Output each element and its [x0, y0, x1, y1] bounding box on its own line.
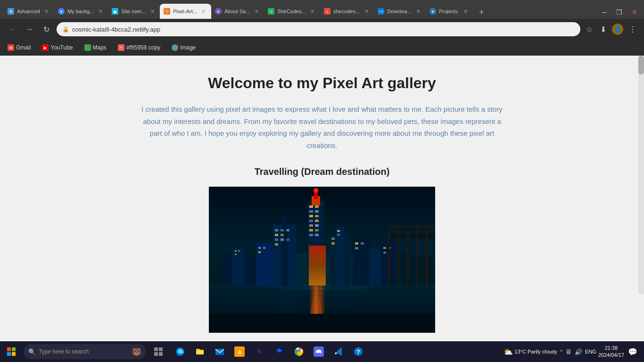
bookmark-star-icon[interactable]: ☆: [584, 23, 594, 36]
svg-rect-57: [383, 247, 386, 249]
svg-rect-81: [12, 352, 16, 356]
svg-rect-54: [355, 242, 358, 245]
taskbar-search-bear-icon: 🐻: [132, 347, 141, 356]
svg-rect-55: [361, 242, 364, 245]
taskbar-chrome[interactable]: [289, 342, 308, 361]
gmail-favicon: M: [8, 44, 14, 51]
tab-close-advanced[interactable]: ✕: [43, 8, 50, 15]
tab-close-shecodes1[interactable]: ✕: [309, 8, 316, 15]
svg-rect-18: [275, 234, 278, 236]
tab-favicon-projects: ●: [429, 8, 436, 15]
scrollbar-thumb[interactable]: [638, 56, 644, 74]
bookmark-youtube[interactable]: ▶ YouTube: [40, 43, 74, 52]
svg-rect-38: [309, 229, 313, 231]
tab-vscode[interactable]: VS Downloa... ✕: [374, 4, 426, 19]
tab-favicon-shecodes1: S: [268, 8, 274, 15]
svg-rect-36: [309, 224, 313, 227]
svg-rect-32: [309, 215, 313, 217]
svg-rect-75: [275, 286, 298, 314]
tab-close-about[interactable]: ✕: [253, 8, 260, 15]
bookmark-maps[interactable]: 📍 Maps: [83, 43, 108, 52]
tab-close-pixelart[interactable]: ✕: [200, 8, 207, 15]
reload-button[interactable]: ↻: [40, 23, 53, 36]
tab-siteov[interactable]: ◆ Site over... ✕: [108, 4, 160, 19]
taskbar-edge[interactable]: [171, 342, 190, 361]
forward-button[interactable]: →: [23, 23, 36, 36]
weather-icon[interactable]: ⛅ 13°C Partly cloudy: [504, 347, 557, 356]
tab-title-shecodes1: SheCodes...: [277, 8, 306, 14]
youtube-favicon: ▶: [42, 44, 49, 51]
bookmark-color-label: #f95959 copy: [126, 44, 160, 51]
tray-expand-icon[interactable]: ^: [560, 349, 562, 354]
taskbar-discord[interactable]: [309, 342, 328, 361]
tab-close-siteov[interactable]: ✕: [149, 8, 156, 15]
start-button[interactable]: [3, 343, 20, 360]
tab-about[interactable]: ● About Sa... ✕: [211, 4, 264, 19]
close-button[interactable]: ✕: [629, 8, 640, 17]
bookmark-gmail[interactable]: M Gmail: [6, 43, 33, 52]
profile-icon[interactable]: 👤: [612, 24, 623, 35]
svg-text:?: ?: [356, 349, 360, 355]
taskbar-spline[interactable]: S: [250, 342, 269, 361]
taskbar-network-icon[interactable]: 🖥: [565, 348, 572, 355]
city-image: [209, 187, 435, 333]
search-icon: 🔍: [28, 348, 36, 355]
taskbar-explorer[interactable]: [190, 342, 209, 361]
notification-icon: 💬: [628, 347, 637, 356]
bookmark-color[interactable]: 🔒 #f95959 copy: [116, 43, 162, 52]
tab-advanced[interactable]: A Advanced ✕: [4, 4, 54, 19]
task-view-button[interactable]: [150, 343, 167, 360]
tab-close-projects[interactable]: ✕: [462, 8, 469, 15]
svg-rect-23: [286, 239, 289, 241]
tab-favicon-vscode: VS: [378, 8, 384, 15]
tab-bar: A Advanced ✕ ● My backg... ✕ ◆ Site over…: [0, 0, 644, 19]
tab-list: A Advanced ✕ ● My backg... ✕ ◆ Site over…: [4, 4, 599, 19]
svg-rect-65: [426, 224, 428, 286]
svg-rect-51: [337, 230, 340, 232]
taskbar-vscode-app[interactable]: [329, 342, 348, 361]
bookmark-image-label: Image: [180, 44, 196, 51]
tab-close-vscode[interactable]: ✕: [414, 8, 422, 15]
svg-rect-78: [7, 347, 11, 351]
restore-button[interactable]: ❐: [613, 8, 625, 17]
taskbar-mail[interactable]: [210, 342, 229, 361]
svg-rect-14: [282, 215, 288, 286]
svg-rect-56: [355, 247, 358, 249]
svg-rect-20: [275, 239, 278, 241]
bookmarks-bar: M Gmail ▶ YouTube 📍 Maps 🔒 #f95959 copy …: [0, 40, 644, 56]
svg-rect-83: [159, 347, 163, 351]
system-clock[interactable]: 21:38 2024/04/17: [598, 345, 624, 359]
bookmark-image[interactable]: 🌐 Image: [170, 43, 198, 52]
svg-rect-85: [159, 352, 163, 356]
tab-favicon-pixelart: 🎨: [164, 8, 170, 15]
taskbar-search[interactable]: 🔍 Type here to search 🐻: [24, 344, 146, 359]
tab-close-myback[interactable]: ✕: [97, 8, 104, 15]
back-button[interactable]: ←: [6, 23, 19, 36]
svg-rect-19: [281, 234, 284, 236]
svg-rect-42: [309, 246, 326, 286]
tab-shecodes2[interactable]: s shecodes... ✕: [320, 4, 374, 19]
tab-shecodes1[interactable]: S SheCodes... ✕: [264, 4, 320, 19]
tab-myback[interactable]: ● My backg... ✕: [54, 4, 108, 19]
menu-icon[interactable]: ⋮: [627, 23, 638, 36]
taskbar-dropbox[interactable]: [270, 342, 289, 361]
svg-text:S: S: [257, 349, 261, 354]
taskbar-amazon[interactable]: a: [230, 342, 249, 361]
new-tab-button[interactable]: +: [475, 6, 488, 19]
download-icon[interactable]: ⬇: [598, 23, 608, 36]
notification-button[interactable]: 💬: [626, 345, 639, 358]
tab-projects[interactable]: ● Projects ✕: [426, 4, 473, 19]
tab-close-shecodes2[interactable]: ✕: [363, 8, 370, 15]
taskbar-help[interactable]: ?: [349, 342, 368, 361]
bookmark-maps-label: Maps: [93, 44, 107, 51]
taskbar-volume-icon[interactable]: 🔊: [575, 348, 582, 355]
svg-rect-70: [228, 290, 416, 291]
taskbar-system-tray: ⛅ 13°C Partly cloudy ^ 🖥 🔊 ENG 21:38 202…: [504, 345, 641, 359]
url-bar[interactable]: 🔒 cosmic-kataifi-4bcca2.netlify.app: [57, 22, 580, 36]
svg-rect-8: [238, 250, 240, 252]
svg-rect-76: [331, 287, 350, 310]
tab-pixelart[interactable]: 🎨 Pixel-Art... ✕: [160, 4, 211, 19]
svg-rect-12: [258, 251, 261, 253]
minimize-button[interactable]: ─: [599, 8, 610, 17]
tab-title-projects: Projects: [439, 8, 459, 14]
